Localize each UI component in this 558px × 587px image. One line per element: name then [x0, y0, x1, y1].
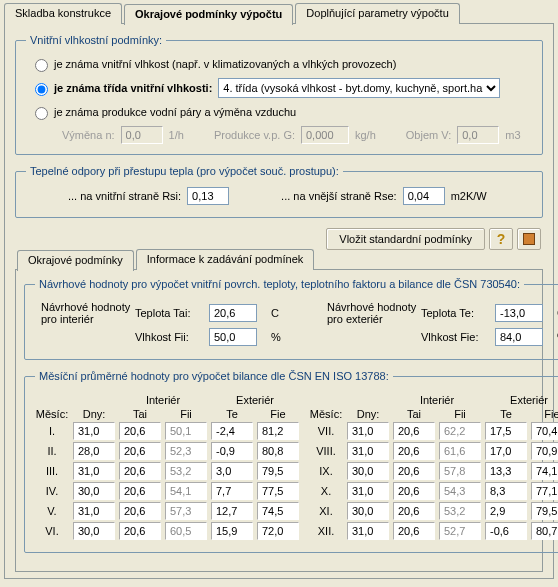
table-row: XII.: [309, 522, 558, 540]
cell-tai[interactable]: [119, 462, 161, 480]
design-group: Návrhové hodnoty pro výpočet vnitřní pov…: [24, 278, 558, 360]
table-row: V.: [35, 502, 299, 520]
cell-tai[interactable]: [119, 482, 161, 500]
cell-te[interactable]: [485, 422, 527, 440]
cell-fii: [439, 422, 481, 440]
hdr-te-r: Te: [485, 408, 527, 420]
cell-d[interactable]: [347, 482, 389, 500]
cell-d[interactable]: [347, 522, 389, 540]
cell-tai[interactable]: [393, 422, 435, 440]
lower-panel: Návrhové hodnoty pro výpočet vnitřní pov…: [15, 269, 543, 572]
table-row: I.: [35, 422, 299, 440]
objem-label: Objem V:: [406, 129, 451, 141]
cell-fii: [165, 462, 207, 480]
cell-fie[interactable]: [531, 462, 558, 480]
cell-d[interactable]: [73, 462, 115, 480]
cell-d[interactable]: [73, 522, 115, 540]
tab-okrajove[interactable]: Okrajové podmínky výpočtu: [124, 4, 293, 25]
cell-tai[interactable]: [393, 522, 435, 540]
cell-tai[interactable]: [393, 502, 435, 520]
cell-fii: [439, 482, 481, 500]
table-row: VII.: [309, 422, 558, 440]
cell-tai[interactable]: [393, 462, 435, 480]
table-row: II.: [35, 442, 299, 460]
tab-skladba[interactable]: Skladba konstrukce: [4, 3, 122, 24]
cell-te[interactable]: [211, 462, 253, 480]
help-button[interactable]: ?: [489, 228, 513, 250]
cell-fie[interactable]: [257, 522, 299, 540]
cell-te[interactable]: [485, 482, 527, 500]
month-label: I.: [35, 425, 69, 437]
cell-te[interactable]: [211, 422, 253, 440]
cell-d[interactable]: [73, 502, 115, 520]
vymena-unit: 1/h: [169, 129, 184, 141]
cell-fie[interactable]: [531, 442, 558, 460]
cell-tai[interactable]: [119, 502, 161, 520]
humidity-class-select[interactable]: 4. třída (vysoká vlhkost - byt.domy, kuc…: [218, 78, 500, 98]
subtab-informace[interactable]: Informace k zadávání podmínek: [136, 249, 315, 270]
cell-d[interactable]: [73, 482, 115, 500]
rse-input[interactable]: [403, 187, 445, 205]
cell-d[interactable]: [73, 442, 115, 460]
month-label: VI.: [35, 525, 69, 537]
cell-fie[interactable]: [257, 462, 299, 480]
cell-d[interactable]: [347, 462, 389, 480]
std-conditions-button[interactable]: Vložit standardní podmínky: [326, 228, 485, 250]
rect-icon: [523, 233, 535, 245]
cell-fie[interactable]: [257, 422, 299, 440]
cell-fie[interactable]: [531, 422, 558, 440]
table-row: VI.: [35, 522, 299, 540]
hdr-exterier: Exteriér: [211, 394, 299, 406]
radio-known-rh[interactable]: [35, 59, 48, 72]
rsi-input[interactable]: [187, 187, 229, 205]
cell-tai[interactable]: [119, 422, 161, 440]
cell-tai[interactable]: [119, 522, 161, 540]
cell-d[interactable]: [347, 442, 389, 460]
tai-unit: C: [271, 307, 289, 319]
cell-fie[interactable]: [531, 482, 558, 500]
tai-input[interactable]: [209, 304, 257, 322]
hdr-dny-r: Dny:: [347, 408, 389, 420]
table-row: VIII.: [309, 442, 558, 460]
vymena-label: Výměna n:: [62, 129, 115, 141]
radio-class[interactable]: [35, 83, 48, 96]
tab-doplnujici[interactable]: Doplňující parametry výpočtu: [295, 3, 459, 24]
cell-te[interactable]: [485, 522, 527, 540]
produkce-label: Produkce v.p. G:: [214, 129, 295, 141]
month-label: XI.: [309, 505, 343, 517]
cell-te[interactable]: [211, 502, 253, 520]
cell-te[interactable]: [211, 482, 253, 500]
cell-te[interactable]: [485, 442, 527, 460]
fie-input[interactable]: [495, 328, 543, 346]
cell-tai[interactable]: [393, 442, 435, 460]
hdr-mesic-r: Měsíc:: [309, 408, 343, 420]
objem-unit: m3: [505, 129, 520, 141]
cell-te[interactable]: [211, 522, 253, 540]
cell-fie[interactable]: [257, 442, 299, 460]
cell-d[interactable]: [347, 422, 389, 440]
radio-production[interactable]: [35, 107, 48, 120]
objem-input: [457, 126, 499, 144]
humidity-group: Vnitřní vlhkostní podmínky: je známa vni…: [15, 34, 543, 155]
cell-te[interactable]: [485, 502, 527, 520]
monthly-group: Měsíční průměrné hodnoty pro výpočet bil…: [24, 370, 558, 553]
radio-production-label: je známa produkce vodní páry a výměna vz…: [54, 106, 296, 118]
cell-fie[interactable]: [531, 502, 558, 520]
cell-te[interactable]: [485, 462, 527, 480]
cell-fie[interactable]: [531, 522, 558, 540]
cell-d[interactable]: [73, 422, 115, 440]
cell-fie[interactable]: [257, 502, 299, 520]
fii-input[interactable]: [209, 328, 257, 346]
cell-fii: [165, 522, 207, 540]
radio-known-rh-label: je známa vnitřní vlhkost (např. v klimat…: [54, 58, 396, 70]
te-input[interactable]: [495, 304, 543, 322]
cell-fii: [165, 502, 207, 520]
cell-fie[interactable]: [257, 482, 299, 500]
cell-d[interactable]: [347, 502, 389, 520]
cell-te[interactable]: [211, 442, 253, 460]
cell-tai[interactable]: [393, 482, 435, 500]
aux-button[interactable]: [517, 228, 541, 250]
produkce-unit: kg/h: [355, 129, 376, 141]
subtab-okrajove[interactable]: Okrajové podmínky: [17, 250, 134, 271]
cell-tai[interactable]: [119, 442, 161, 460]
